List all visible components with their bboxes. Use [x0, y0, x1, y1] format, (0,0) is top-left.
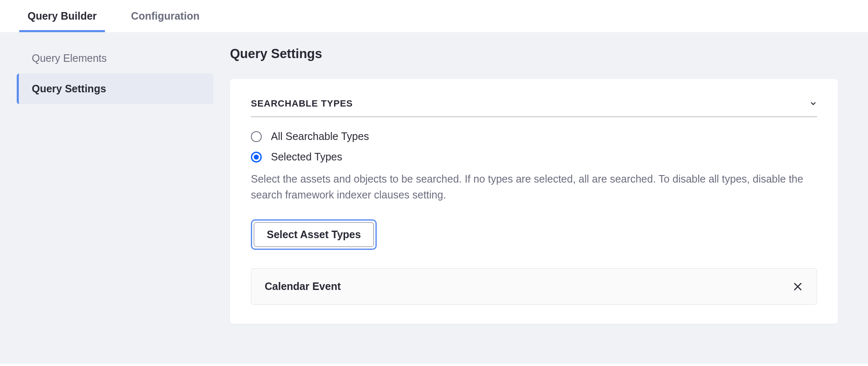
selected-type-row: Calendar Event	[251, 268, 817, 305]
section-header-title: SEARCHABLE TYPES	[251, 98, 353, 109]
radio-label: Selected Types	[271, 151, 342, 163]
select-asset-types-focus-ring: Select Asset Types	[251, 219, 377, 250]
sidebar-item-query-elements[interactable]: Query Elements	[17, 43, 213, 74]
selected-types-list: Calendar Event	[251, 268, 817, 305]
tab-configuration[interactable]: Configuration	[123, 0, 208, 32]
radio-all-searchable-types[interactable]: All Searchable Types	[251, 130, 817, 142]
section-header[interactable]: SEARCHABLE TYPES	[251, 98, 817, 117]
radio-icon-unchecked	[251, 131, 262, 142]
close-icon[interactable]	[792, 281, 803, 292]
tab-query-builder[interactable]: Query Builder	[19, 0, 105, 32]
radio-icon-checked	[251, 152, 262, 163]
content-area: Query Elements Query Settings Query Sett…	[0, 32, 868, 364]
selected-type-label: Calendar Event	[265, 280, 341, 292]
page-title: Query Settings	[230, 46, 838, 61]
settings-card: SEARCHABLE TYPES All Searchable Types Se…	[230, 79, 838, 324]
sidebar: Query Elements Query Settings	[0, 43, 230, 364]
chevron-down-icon	[809, 100, 817, 107]
select-asset-types-button[interactable]: Select Asset Types	[254, 222, 374, 247]
main: Query Settings SEARCHABLE TYPES All Sear…	[230, 43, 868, 364]
helper-text: Select the assets and objects to be sear…	[251, 171, 817, 203]
top-tabs: Query Builder Configuration	[0, 0, 868, 32]
radio-selected-types[interactable]: Selected Types	[251, 151, 817, 163]
sidebar-item-query-settings[interactable]: Query Settings	[17, 74, 213, 104]
radio-label: All Searchable Types	[271, 130, 369, 142]
